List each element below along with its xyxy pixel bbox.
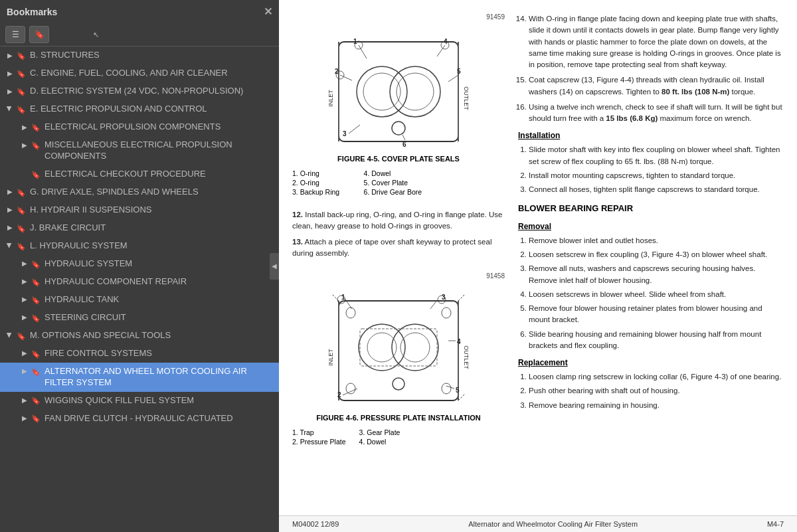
bookmark-label-hydraulic-system: HYDRAULIC SYSTEM	[44, 258, 275, 270]
svg-rect-25	[339, 301, 458, 400]
install-step-2: Install motor mounting capscrews, tighte…	[529, 170, 784, 181]
svg-line-21	[448, 75, 458, 82]
svg-text:INLET: INLET	[327, 349, 334, 366]
bookmark-item-misc-electrical[interactable]: ▶🔖MISCELLANEOUS ELECTRICAL PROPULSION CO…	[0, 136, 279, 165]
bookmark-icon-hydraulic-tank: 🔖	[31, 295, 41, 306]
svg-point-34	[392, 324, 438, 371]
sidebar: Bookmarks ✕ ☰ 🔖 ↖ ▶🔖B. STRUCTURES▶🔖C. EN…	[0, 0, 279, 532]
figure-4-5-svg: INLET OUTLET 1	[312, 22, 485, 155]
bookmark-item-c-engine[interactable]: ▶🔖C. ENGINE, FUEL, COOLING, AND AIR CLEA…	[0, 64, 279, 82]
toolbar-btn-2[interactable]: 🔖	[29, 26, 49, 43]
expand-arrow-g-drive: ▶	[5, 187, 15, 197]
svg-line-10	[359, 45, 367, 58]
step-16: Using a twelve inch wrench, check to see…	[529, 102, 784, 125]
bookmark-item-m-options[interactable]: ▶🔖M. OPTIONS AND SPECIAL TOOLS	[0, 327, 279, 345]
sidebar-collapse-btn[interactable]: ◀	[270, 253, 279, 280]
bookmark-list[interactable]: ▶🔖B. STRUCTURES▶🔖C. ENGINE, FUEL, COOLIN…	[0, 46, 279, 532]
bookmark-item-b-structures[interactable]: ▶🔖B. STRUCTURES	[0, 46, 279, 64]
replace-step-2: Push other bearing with shaft out of hou…	[529, 385, 784, 397]
expand-arrow-j-brake: ▶	[5, 222, 15, 233]
steps-14-16: With O-ring in flange plate facing down …	[529, 13, 784, 124]
blower-heading: BLOWER BEARING REPAIR	[518, 202, 784, 215]
footer-center: Alternator and Wheelmotor Cooling Air Fi…	[468, 520, 638, 528]
bookmark-label-e-electric-propulsion: E. ELECTRIC PROPULSION AND CONTROL	[30, 104, 275, 115]
bookmark-item-hydraulic-component-repair[interactable]: ▶🔖HYDRAULIC COMPONENT REPAIR	[0, 273, 279, 291]
svg-line-23	[402, 135, 405, 140]
bookmark-label-wiggins-fuel: WIGGINS QUICK FILL FUEL SYSTEM	[44, 395, 275, 406]
figure-4-6-labels: 1. Trap 3. Gear Plate 2. Pressure Plate …	[292, 428, 412, 446]
bookmark-item-hydraulic-tank[interactable]: ▶🔖HYDRAULIC TANK	[0, 291, 279, 309]
svg-text:INLET: INLET	[327, 90, 334, 107]
bookmark-item-wiggins-fuel[interactable]: ▶🔖WIGGINS QUICK FILL FUEL SYSTEM	[0, 392, 279, 410]
removal-step-4: Loosen setscrews in blower wheel. Slide …	[529, 289, 784, 300]
bookmark-icon-h-hydrair: 🔖	[16, 205, 27, 216]
bookmark-icon-e-electric-propulsion: 🔖	[16, 104, 27, 115]
bookmark-item-h-hydrair[interactable]: ▶🔖H. HYDRAIR II SUSPENSIONS	[0, 201, 279, 219]
svg-point-7	[363, 73, 400, 110]
bookmark-icon-hydraulic-system: 🔖	[31, 259, 41, 270]
figure-4-6-container: 91458 INLET OUTLET	[292, 272, 505, 446]
svg-point-38	[442, 308, 451, 318]
removal-step-3: Remove all nuts, washers and capscrews s…	[529, 263, 784, 286]
svg-line-32	[458, 394, 465, 400]
bookmark-label-fire-control: FIRE CONTROL SYSTEMS	[44, 348, 275, 359]
bookmark-label-hydraulic-component-repair: HYDRAULIC COMPONENT REPAIR	[44, 276, 275, 288]
installation-steps: Slide motor shaft with key into flex cou…	[529, 144, 784, 195]
svg-text:5: 5	[456, 387, 460, 394]
bookmark-item-l-hydraulic[interactable]: ▶🔖L. HYDRAULIC SYSTEM	[0, 237, 279, 255]
bookmark-icon-d-electric: 🔖	[16, 86, 27, 97]
svg-point-6	[390, 66, 440, 117]
svg-point-40	[442, 383, 451, 394]
svg-line-18	[437, 45, 445, 56]
expand-arrow-e-electric-propulsion: ▶	[5, 104, 15, 114]
bookmark-icon-b-structures: 🔖	[16, 50, 27, 61]
bookmark-icon-electrical-checkout: 🔖	[31, 169, 41, 180]
bookmark-label-m-options: M. OPTIONS AND SPECIAL TOOLS	[30, 330, 275, 341]
bookmark-label-electrical-propulsion-components: ELECTRICAL PROPULSION COMPONENTS	[44, 122, 275, 133]
bookmark-item-g-drive[interactable]: ▶🔖G. DRIVE AXLE, SPINDLES AND WHEELS	[0, 183, 279, 201]
bookmark-item-d-electric[interactable]: ▶🔖D. ELECTRIC SYSTEM (24 VDC, NON-PROPUL…	[0, 82, 279, 100]
svg-line-13	[340, 75, 352, 80]
expand-arrow-hydraulic-system: ▶	[20, 258, 29, 269]
expand-arrow-electrical-propulsion-components: ▶	[20, 122, 29, 132]
svg-text:3: 3	[343, 130, 347, 137]
svg-point-9	[392, 122, 405, 135]
figure-4-6-num: 91458	[486, 272, 505, 280]
expand-arrow-h-hydrair: ▶	[5, 205, 15, 215]
expand-arrow-b-structures: ▶	[5, 50, 15, 60]
svg-line-16	[349, 125, 360, 133]
expand-arrow-c-engine: ▶	[5, 68, 15, 78]
bookmark-icon-j-brake: 🔖	[16, 223, 27, 234]
left-column: 91459 INLET OUTLET	[292, 13, 505, 502]
install-step-3: Connect all hoses, tighten split flange …	[529, 184, 784, 195]
bookmark-item-fan-drive[interactable]: ▶🔖FAN DRIVE CLUTCH - HYDRAULIC ACTUATED	[0, 410, 279, 428]
bookmark-icon-g-drive: 🔖	[16, 187, 27, 198]
bookmark-item-fire-control[interactable]: ▶🔖FIRE CONTROL SYSTEMS	[0, 345, 279, 363]
bookmark-item-steering-circuit[interactable]: ▶🔖STEERING CIRCUIT	[0, 309, 279, 327]
bookmark-icon-electrical-propulsion-components: 🔖	[31, 122, 41, 133]
bookmark-item-j-brake[interactable]: ▶🔖J. BRAKE CIRCUIT	[0, 219, 279, 237]
bookmark-label-misc-electrical: MISCELLANEOUS ELECTRICAL PROPULSION COMP…	[44, 139, 275, 162]
bookmark-icon-misc-electrical: 🔖	[31, 140, 41, 151]
expand-arrow-fan-drive: ▶	[20, 413, 29, 424]
bookmark-icon-wiggins-fuel: 🔖	[31, 396, 41, 406]
figure-4-5-container: 91459 INLET OUTLET	[292, 13, 505, 196]
bookmark-item-electrical-propulsion-components[interactable]: ▶🔖ELECTRICAL PROPULSION COMPONENTS	[0, 118, 279, 136]
figure-4-6-title: FIGURE 4-6. PRESSURE PLATE INSTALLATION	[316, 414, 481, 422]
svg-line-47	[343, 389, 357, 395]
step-14: With O-ring in flange plate facing down …	[529, 13, 784, 70]
expand-arrow-hydraulic-tank: ▶	[20, 294, 29, 305]
svg-rect-42	[360, 329, 437, 366]
close-icon[interactable]: ✕	[264, 5, 272, 18]
bookmark-label-electrical-checkout: ELECTRICAL CHECKOUT PROCEDURE	[44, 169, 275, 180]
installation-heading: Installation	[518, 130, 784, 141]
bookmark-item-e-electric-propulsion[interactable]: ▶🔖E. ELECTRIC PROPULSION AND CONTROL	[0, 100, 279, 118]
svg-text:4: 4	[457, 338, 461, 345]
bookmark-item-hydraulic-system[interactable]: ▶🔖HYDRAULIC SYSTEM	[0, 255, 279, 273]
bookmark-item-alternator-cooling[interactable]: ▶🔖ALTERNATOR AND WHEEL MOTOR COOLING AIR…	[0, 363, 279, 392]
footer-right: M4-7	[767, 520, 784, 528]
expand-arrow-l-hydraulic: ▶	[5, 241, 15, 250]
toolbar-btn-1[interactable]: ☰	[5, 26, 25, 43]
svg-text:6: 6	[402, 141, 406, 148]
bookmark-item-electrical-checkout[interactable]: 🔖ELECTRICAL CHECKOUT PROCEDURE	[0, 165, 279, 183]
